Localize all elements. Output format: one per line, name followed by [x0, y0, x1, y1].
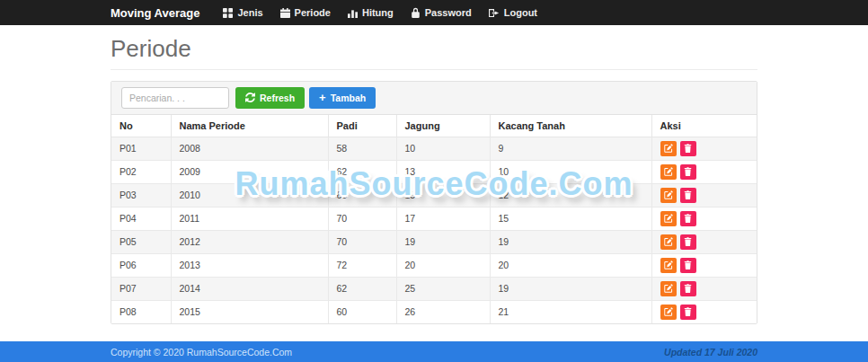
table-row: P022009621310: [111, 160, 757, 183]
row-aksi: [651, 300, 757, 323]
footer-copyright: Copyright © 2020 RumahSourceCode.Com: [111, 347, 292, 358]
tambah-label: Tambah: [331, 93, 366, 103]
col-aksi: Aksi: [651, 115, 757, 137]
row-nama-periode: 2015: [171, 300, 328, 323]
col-padi: Padi: [328, 115, 396, 137]
trash-icon: [684, 305, 692, 319]
trash-icon: [684, 259, 692, 272]
nav-item-password[interactable]: Password: [411, 7, 472, 18]
row-no: P05: [111, 230, 171, 253]
edit-button[interactable]: [660, 305, 677, 320]
bar-chart-icon: [348, 8, 358, 18]
calendar-icon: [280, 8, 290, 18]
edit-button[interactable]: [660, 258, 677, 273]
row-kacang-tanah: 9: [490, 137, 651, 160]
row-padi: 58: [328, 137, 396, 160]
row-no: P08: [111, 300, 171, 323]
row-padi: 60: [328, 300, 396, 323]
row-jagung: 20: [396, 253, 490, 277]
row-no: P02: [111, 160, 171, 183]
row-padi: 70: [328, 230, 396, 253]
row-no: P06: [111, 253, 171, 277]
delete-button[interactable]: [680, 141, 696, 156]
row-nama-periode: 2011: [171, 207, 328, 230]
nav-item-logout[interactable]: Logout: [489, 7, 537, 18]
nav-item-label: Logout: [504, 7, 537, 18]
nav-item-label: Hitung: [362, 7, 394, 18]
edit-button[interactable]: [660, 211, 677, 226]
delete-button[interactable]: [680, 211, 696, 226]
row-no: P03: [111, 183, 171, 207]
edit-icon: [664, 189, 673, 202]
delete-button[interactable]: [680, 258, 696, 273]
grid-icon: [223, 8, 233, 18]
delete-button[interactable]: [680, 281, 696, 296]
col-no: No: [111, 115, 171, 137]
footer: Copyright © 2020 RumahSourceCode.Com Upd…: [0, 341, 868, 362]
row-kacang-tanah: 21: [490, 300, 651, 323]
table-row: P062013722020: [111, 253, 757, 277]
nav-item-jenis[interactable]: Jenis: [223, 7, 262, 18]
nav-item-label: Periode: [295, 7, 331, 18]
row-kacang-tanah: 20: [490, 253, 651, 277]
table-row: P052012701919: [111, 230, 757, 253]
edit-icon: [664, 259, 673, 272]
row-kacang-tanah: 12: [490, 183, 651, 207]
edit-button[interactable]: [660, 141, 677, 156]
table-row: P01200858109: [111, 137, 757, 160]
table-toolbar: Refresh + Tambah: [111, 82, 757, 115]
nav-item-label: Jenis: [237, 7, 262, 18]
trash-icon: [684, 142, 692, 155]
delete-button[interactable]: [680, 234, 696, 250]
nav-item-periode[interactable]: Periode: [280, 7, 331, 18]
row-padi: 62: [328, 277, 396, 300]
row-aksi: [651, 277, 757, 300]
row-no: P07: [111, 277, 171, 300]
edit-button[interactable]: [660, 188, 677, 203]
title-divider: [111, 69, 757, 70]
row-jagung: 25: [396, 277, 490, 300]
tambah-button[interactable]: + Tambah: [309, 87, 376, 109]
edit-icon: [664, 235, 673, 249]
row-nama-periode: 2009: [171, 160, 328, 183]
row-kacang-tanah: 10: [490, 160, 651, 183]
edit-button[interactable]: [660, 164, 677, 180]
edit-button[interactable]: [660, 281, 677, 296]
trash-icon: [684, 165, 692, 179]
edit-button[interactable]: [660, 234, 677, 250]
row-padi: 72: [328, 253, 396, 277]
nav-item-hitung[interactable]: Hitung: [348, 7, 394, 18]
lock-icon: [411, 7, 421, 18]
row-padi: 70: [328, 207, 396, 230]
search-input[interactable]: [121, 87, 229, 109]
edit-icon: [664, 282, 673, 296]
trash-icon: [684, 189, 692, 202]
row-nama-periode: 2012: [171, 230, 328, 253]
navbar-container: Moving Average Jenis Periode Hitung Pass…: [111, 0, 757, 25]
delete-button[interactable]: [680, 188, 696, 203]
table-row: P072014622519: [111, 277, 757, 300]
delete-button[interactable]: [680, 164, 696, 180]
col-kacang-tanah: Kacang Tanah: [490, 115, 651, 137]
periode-panel: Refresh + Tambah No Nama Periode Padi Ja…: [111, 81, 757, 324]
delete-button[interactable]: [680, 305, 696, 320]
logout-icon: [489, 8, 500, 18]
col-jagung: Jagung: [396, 115, 490, 137]
row-jagung: 10: [396, 137, 490, 160]
refresh-button[interactable]: Refresh: [235, 87, 305, 109]
row-aksi: [651, 183, 757, 207]
edit-icon: [664, 212, 673, 225]
row-padi: 62: [328, 160, 396, 183]
row-jagung: 26: [396, 300, 490, 323]
edit-icon: [664, 305, 673, 319]
edit-icon: [664, 142, 673, 155]
brand-link[interactable]: Moving Average: [111, 6, 199, 20]
table-row: P032010661512: [111, 183, 757, 207]
table-row: P082015602621: [111, 300, 757, 323]
row-kacang-tanah: 19: [490, 230, 651, 253]
table-row: P042011701715: [111, 207, 757, 230]
row-aksi: [651, 230, 757, 253]
table-header-row: No Nama Periode Padi Jagung Kacang Tanah…: [111, 115, 757, 137]
row-jagung: 15: [396, 183, 490, 207]
top-navbar: Moving Average Jenis Periode Hitung Pass…: [0, 0, 868, 25]
